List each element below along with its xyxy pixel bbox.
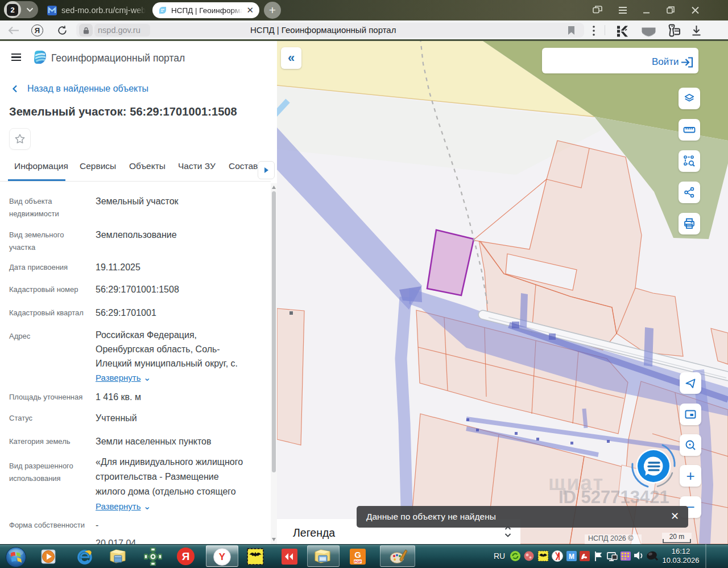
svg-text:POP: POP	[354, 560, 362, 563]
svg-text:M: M	[569, 553, 574, 561]
svg-text:Y: Y	[218, 551, 225, 562]
svg-text:G: G	[354, 550, 361, 559]
